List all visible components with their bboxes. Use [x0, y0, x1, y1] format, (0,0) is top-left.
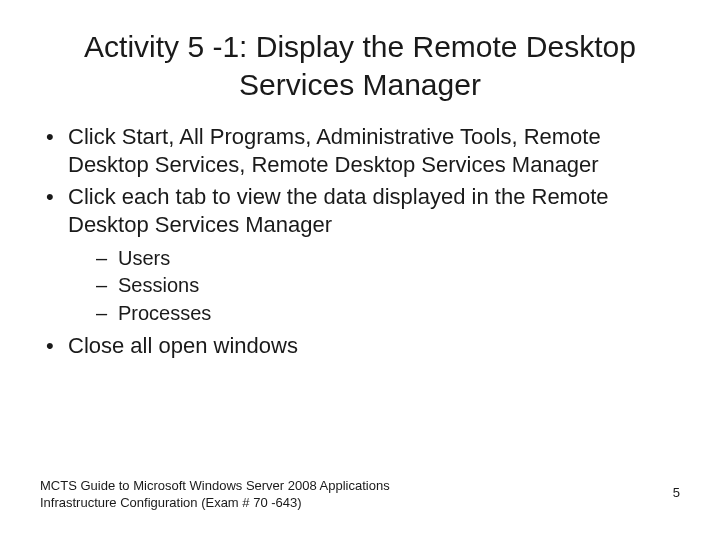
sub-bullet-text: Sessions: [118, 274, 199, 296]
list-item: Users: [96, 246, 680, 272]
bullet-text: Click each tab to view the data displaye…: [68, 184, 609, 237]
list-item: Close all open windows: [40, 332, 680, 360]
list-item: Click each tab to view the data displaye…: [40, 183, 680, 326]
sub-bullet-text: Processes: [118, 302, 211, 324]
page-number: 5: [673, 485, 680, 500]
slide-title: Activity 5 -1: Display the Remote Deskto…: [0, 0, 720, 113]
slide: Activity 5 -1: Display the Remote Deskto…: [0, 0, 720, 540]
list-item: Sessions: [96, 273, 680, 299]
slide-body: Click Start, All Programs, Administrativ…: [0, 113, 720, 361]
bullet-text: Click Start, All Programs, Administrativ…: [68, 124, 601, 177]
list-item: Click Start, All Programs, Administrativ…: [40, 123, 680, 179]
sub-bullet-text: Users: [118, 247, 170, 269]
bullet-text: Close all open windows: [68, 333, 298, 358]
bullet-list: Click Start, All Programs, Administrativ…: [40, 123, 680, 361]
list-item: Processes: [96, 301, 680, 327]
footer-text: MCTS Guide to Microsoft Windows Server 2…: [40, 478, 460, 512]
sub-list: Users Sessions Processes: [68, 246, 680, 327]
